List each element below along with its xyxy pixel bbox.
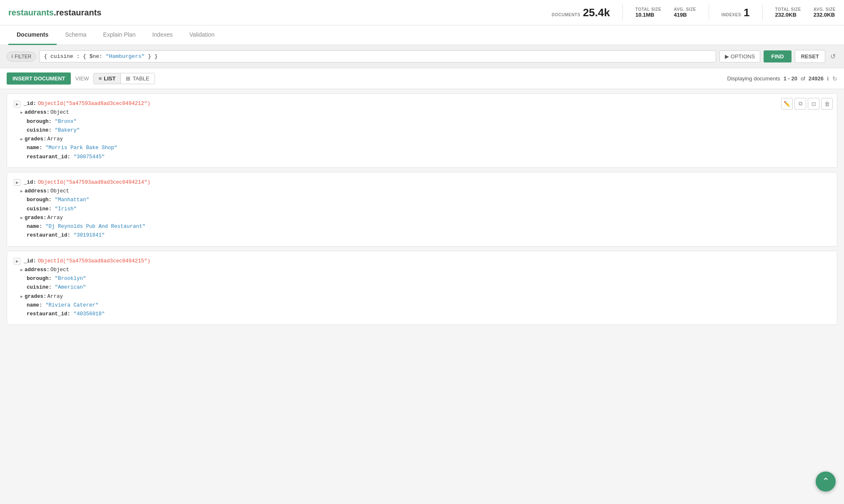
doc-actions: ✏️ ⧉ ⊡ 🗑 xyxy=(781,98,833,110)
expand-doc-button[interactable]: ▶ xyxy=(14,258,20,264)
doc-id-line: ▶ _id: ObjectId("5a47593aad8ad3cec049421… xyxy=(14,257,830,266)
indexes-total-size-stat: TOTAL SIZE 232.0KB xyxy=(775,7,801,18)
delete-document-button[interactable]: 🗑 xyxy=(821,98,833,110)
list-view-button[interactable]: ≡ LIST xyxy=(94,73,121,84)
document-card: ▶ _id: ObjectId("5a47593aad8ad3cec049421… xyxy=(7,172,837,247)
stat-divider-2 xyxy=(709,4,709,21)
expand-doc-button[interactable]: ▶ xyxy=(14,179,20,186)
tab-bar: Documents Schema Explain Plan Indexes Va… xyxy=(0,25,844,45)
doc-field-borough: borough: "Manhattan" xyxy=(14,196,830,205)
info-icon: ℹ xyxy=(11,54,13,59)
toolbar-right: Displaying documents 1 - 20 of 24926 ℹ ↻ xyxy=(727,75,837,82)
list-icon: ≡ xyxy=(99,75,102,82)
filter-query-string: "Hamburgers" xyxy=(106,53,145,60)
filter-button[interactable]: ℹ FILTER xyxy=(7,52,36,62)
doc-id-key: _id: xyxy=(24,178,36,187)
expand-doc-button[interactable]: ▶ xyxy=(14,101,20,107)
options-button[interactable]: ▶ OPTIONS xyxy=(719,50,761,62)
tab-documents[interactable]: Documents xyxy=(8,25,57,45)
stat-divider-3 xyxy=(762,4,763,21)
chevron-right-icon: ▶ xyxy=(725,53,729,60)
documents-container: ✏️ ⧉ ⊡ 🗑 ▶ _id: ObjectId("5a47593aad8ad3… xyxy=(0,89,844,333)
expand-arrow-address[interactable]: ▶ xyxy=(20,267,23,274)
doc-field-address: ▶ address: Object xyxy=(14,266,830,274)
documents-label: DOCUMENTS xyxy=(552,12,580,17)
toolbar-left: INSERT DOCUMENT VIEW ≡ LIST ⊞ TABLE xyxy=(7,72,155,85)
table-view-button[interactable]: ⊞ TABLE xyxy=(120,73,154,84)
documents-value: 25.4k xyxy=(583,6,610,19)
indexes-total-size-value: 232.0KB xyxy=(775,12,801,18)
of-text: of xyxy=(801,75,805,82)
refresh-filter-button[interactable]: ↺ xyxy=(829,51,837,62)
expand-arrow-address[interactable]: ▶ xyxy=(20,109,23,116)
doc-field-restaurant-id: restaurant_id: "30191841" xyxy=(14,231,830,240)
doc-field-restaurant-id: restaurant_id: "30075445" xyxy=(14,153,830,162)
tab-schema[interactable]: Schema xyxy=(57,25,95,45)
total-size-stat: TOTAL SIZE 10.1MB xyxy=(635,7,661,18)
doc-field-address: ▶ address: Object xyxy=(14,108,830,117)
copy-document-button[interactable]: ⧉ xyxy=(794,98,806,110)
doc-field-cuisine: cuisine: "Irish" xyxy=(14,205,830,214)
doc-id-value: ObjectId("5a47593aad8ad3cec0494214") xyxy=(38,178,150,187)
doc-id-value: ObjectId("5a47593aad8ad3cec0494212") xyxy=(38,100,150,108)
displaying-text: Displaying documents xyxy=(727,75,780,82)
doc-id-line: ▶ _id: ObjectId("5a47593aad8ad3cec049421… xyxy=(14,100,830,108)
avg-size-value: 419B xyxy=(674,12,696,18)
tab-validation[interactable]: Validation xyxy=(181,25,222,45)
document-card: ✏️ ⧉ ⊡ 🗑 ▶ _id: ObjectId("5a47593aad8ad3… xyxy=(7,93,837,168)
doc-field-address: ▶ address: Object xyxy=(14,187,830,196)
find-button[interactable]: FIND xyxy=(764,50,791,62)
indexes-avg-size-stat: AVG. SIZE 232.0KB xyxy=(814,7,836,18)
filter-query-close: } } xyxy=(145,53,157,60)
total-size-label: TOTAL SIZE xyxy=(635,7,661,12)
avg-size-stat: AVG. SIZE 419B xyxy=(674,7,696,18)
clone-document-button[interactable]: ⊡ xyxy=(808,98,819,110)
db-collection-title: restaurants . restaurants xyxy=(8,8,101,17)
tab-indexes[interactable]: Indexes xyxy=(144,25,181,45)
document-card: ▶ _id: ObjectId("5a47593aad8ad3cec049421… xyxy=(7,251,837,325)
expand-arrow-address[interactable]: ▶ xyxy=(20,188,23,195)
doc-field-grades: ▶ grades: Array xyxy=(14,292,830,301)
indexes-label: INDEXES xyxy=(722,12,741,17)
indexes-total-size-label: TOTAL SIZE xyxy=(775,7,801,12)
documents-stat: DOCUMENTS 25.4k xyxy=(552,6,610,19)
indexes-avg-size-value: 232.0KB xyxy=(814,12,836,18)
collection-name: restaurants xyxy=(56,8,102,17)
indexes-value: 1 xyxy=(744,6,749,19)
view-label: VIEW xyxy=(75,75,89,82)
refresh-icon[interactable]: ↻ xyxy=(832,75,837,82)
doc-field-borough: borough: "Brooklyn" xyxy=(14,274,830,283)
display-range: 1 - 20 xyxy=(784,75,797,82)
header-stats: DOCUMENTS 25.4k TOTAL SIZE 10.1MB AVG. S… xyxy=(552,4,836,21)
doc-id-key: _id: xyxy=(24,100,36,108)
tab-explain-plan[interactable]: Explain Plan xyxy=(95,25,144,45)
doc-id-line: ▶ _id: ObjectId("5a47593aad8ad3cec049421… xyxy=(14,178,830,187)
edit-document-button[interactable]: ✏️ xyxy=(781,98,793,110)
info-icon-toolbar[interactable]: ℹ xyxy=(827,76,829,82)
doc-field-name: name: "Dj Reynolds Pub And Restaurant" xyxy=(14,222,830,231)
doc-field-grades: ▶ grades: Array xyxy=(14,214,830,222)
expand-arrow-grades[interactable]: ▶ xyxy=(20,293,23,300)
total-count: 24926 xyxy=(809,75,824,82)
app-header: restaurants . restaurants DOCUMENTS 25.4… xyxy=(0,0,844,25)
doc-id-key: _id: xyxy=(24,257,36,266)
doc-field-cuisine: cuisine: "Bakery" xyxy=(14,126,830,135)
reset-button[interactable]: RESET xyxy=(795,50,825,63)
doc-field-grades: ▶ grades: Array xyxy=(14,135,830,144)
doc-field-cuisine: cuisine: "American" xyxy=(14,283,830,292)
total-size-value: 10.1MB xyxy=(635,12,661,18)
filter-input-wrapper: { cuisine : { $ne: "Hamburgers" } } xyxy=(39,50,716,62)
doc-field-name: name: "Riviera Caterer" xyxy=(14,301,830,310)
expand-arrow-grades[interactable]: ▶ xyxy=(20,136,23,143)
stat-divider-1 xyxy=(622,4,623,21)
expand-arrow-grades[interactable]: ▶ xyxy=(20,215,23,222)
doc-field-borough: borough: "Bronx" xyxy=(14,117,830,126)
filter-query-text: { cuisine : { $ne: xyxy=(44,53,105,60)
avg-size-label: AVG. SIZE xyxy=(674,7,696,12)
insert-document-button[interactable]: INSERT DOCUMENT xyxy=(7,72,71,85)
doc-field-name: name: "Morris Park Bake Shop" xyxy=(14,144,830,152)
indexes-stat: INDEXES 1 xyxy=(722,6,750,19)
filter-bar: ℹ FILTER { cuisine : { $ne: "Hamburgers"… xyxy=(0,45,844,68)
doc-field-restaurant-id: restaurant_id: "40356018" xyxy=(14,310,830,319)
db-name: restaurants xyxy=(8,8,54,17)
